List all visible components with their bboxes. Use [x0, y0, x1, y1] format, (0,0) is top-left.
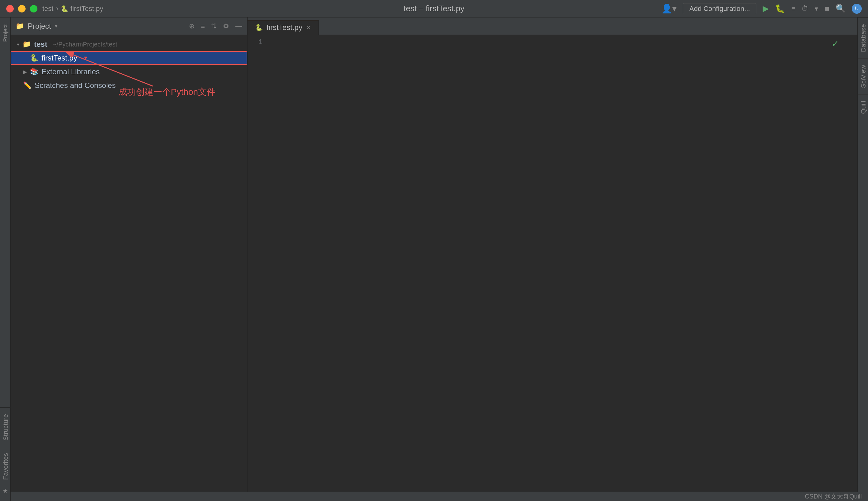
- sidebar-tab-sciview[interactable]: SciView: [858, 58, 868, 94]
- add-configuration-button[interactable]: Add Configuration...: [683, 3, 756, 14]
- dropdown-arrow: ▼: [83, 55, 88, 62]
- arrow-icon: ▶: [23, 69, 27, 75]
- tree-item-label: External Libraries: [42, 67, 100, 76]
- sidebar-tab-favorites[interactable]: Favorites: [0, 447, 10, 486]
- project-icon[interactable]: Project: [1, 21, 10, 45]
- project-panel-title: Project: [28, 22, 51, 31]
- sort-icon[interactable]: ≡: [201, 22, 205, 30]
- tree-item-scratches[interactable]: ✏️ Scratches and Consoles: [11, 78, 247, 92]
- tab-firsttest[interactable]: 🐍 firstTest.py ✕: [248, 20, 319, 35]
- debug-icon[interactable]: 🐛: [775, 4, 785, 13]
- account-icon[interactable]: 👤▾: [661, 3, 676, 14]
- tree-item-label: firstTest.py: [42, 54, 77, 62]
- title-bar-right: 👤▾ Add Configuration... ▶ 🐛 ≡ ⏱ ▾ ■ 🔍 U: [661, 0, 868, 17]
- minimize-button[interactable]: [18, 5, 25, 12]
- status-bar-text: CSDN @文大奇Quill: [805, 492, 862, 501]
- project-tree: ▾ 📁 test ~/PycharmProjects/test 🐍 firstT…: [11, 35, 247, 501]
- tab-close-icon[interactable]: ✕: [306, 24, 311, 31]
- sidebar-tab-quill[interactable]: Quill: [858, 94, 868, 120]
- tree-item-external-libraries[interactable]: ▶ 📚 External Libraries: [11, 65, 247, 78]
- right-sidebar: Database SciView Quill: [857, 18, 868, 501]
- coverage-icon[interactable]: ≡: [791, 5, 795, 13]
- tree-item-label: test: [34, 40, 47, 49]
- close-button[interactable]: [6, 5, 14, 12]
- sidebar-tab-database[interactable]: Database: [858, 18, 868, 58]
- panel-toolbar: ⊕ ≡ ⇅ ⚙ —: [189, 22, 242, 30]
- sidebar-tab-structure[interactable]: Structure: [0, 408, 10, 447]
- stop-icon[interactable]: ■: [824, 4, 829, 13]
- breadcrumb: test › 🐍 firstTest.py: [42, 5, 103, 13]
- line-number-1: 1: [248, 38, 262, 47]
- editor-content: 1 ✓: [248, 35, 857, 501]
- tree-item-firsttest[interactable]: 🐍 firstTest.py ▼: [11, 51, 247, 65]
- status-bar: CSDN @文大奇Quill: [11, 492, 868, 501]
- collapse-icon[interactable]: —: [235, 22, 242, 30]
- config-dropdown-icon[interactable]: ▾: [815, 5, 818, 13]
- traffic-lights: [6, 5, 37, 12]
- folder-icon: 📁: [22, 40, 31, 49]
- tree-item-detail: ~/PycharmProjects/test: [53, 41, 117, 48]
- editor-text-area[interactable]: [266, 35, 857, 501]
- filter-icon[interactable]: ⇅: [211, 22, 217, 30]
- run-icon[interactable]: ▶: [763, 4, 769, 13]
- tree-item-label: Scratches and Consoles: [35, 81, 116, 90]
- scratch-icon: ✏️: [23, 82, 32, 89]
- settings-icon[interactable]: ⚙: [223, 22, 229, 30]
- breadcrumb-project[interactable]: test: [42, 5, 53, 13]
- libraries-icon: 📚: [30, 68, 39, 76]
- window-title: test – firstTest.py: [403, 4, 464, 13]
- tree-item-test[interactable]: ▾ 📁 test ~/PycharmProjects/test: [11, 38, 247, 51]
- folder-icon: 📁: [15, 22, 24, 30]
- search-icon[interactable]: 🔍: [836, 4, 846, 13]
- locate-icon[interactable]: ⊕: [189, 22, 195, 30]
- project-chevron-icon[interactable]: ▾: [55, 23, 57, 29]
- file-valid-checkmark: ✓: [832, 39, 839, 49]
- project-panel-header: 📁 Project ▾ ⊕ ≡ ⇅ ⚙ —: [11, 18, 247, 35]
- profile-icon[interactable]: ⏱: [802, 5, 809, 13]
- python-file-icon: 🐍: [30, 54, 39, 62]
- editor-area: 🐍 firstTest.py ✕ 1 ✓: [248, 18, 857, 501]
- title-bar-left: test › 🐍 firstTest.py: [0, 0, 103, 17]
- maximize-button[interactable]: [30, 5, 37, 12]
- breadcrumb-separator: ›: [56, 5, 58, 13]
- arrow-icon: ▾: [17, 42, 19, 47]
- project-panel: 📁 Project ▾ ⊕ ≡ ⇅ ⚙ — ▾ 📁 test ~/Pycharm…: [11, 18, 248, 501]
- breadcrumb-file: 🐍 firstTest.py: [61, 5, 103, 13]
- tab-label: firstTest.py: [267, 23, 302, 32]
- editor-tabs: 🐍 firstTest.py ✕: [248, 18, 857, 35]
- left-bottom-tabs: Structure Favorites ★: [0, 407, 11, 501]
- user-avatar[interactable]: U: [852, 4, 862, 14]
- title-bar: test › 🐍 firstTest.py test – firstTest.p…: [0, 0, 868, 18]
- main-layout: Project 📁 Project ▾ ⊕ ≡ ⇅ ⚙ — ▾ 📁 test ~…: [0, 18, 868, 501]
- line-numbers: 1: [248, 35, 266, 501]
- tab-python-icon: 🐍: [255, 24, 263, 31]
